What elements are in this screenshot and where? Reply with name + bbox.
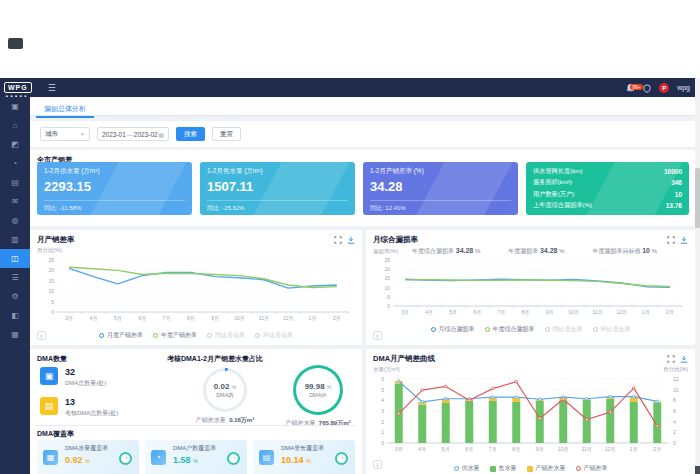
info-icon[interactable]: i (373, 460, 382, 469)
dma-stats-panel: DMA数量 考核DMA1-2月产销差水量占比 ▣ 32 DMA总数量(处) ▤ … (30, 349, 362, 474)
svg-text:9月: 9月 (536, 446, 544, 453)
legend-item[interactable]: 供水量 (454, 464, 480, 473)
legend-item[interactable]: 月度产销差率 (99, 331, 143, 340)
info-icon[interactable]: i (373, 331, 382, 340)
kpi-value: 34.28 (370, 179, 511, 194)
fullscreen-icon[interactable] (667, 355, 675, 363)
coverage-card-water: ▦ DMA水量覆盖率 0.92 % ◔ (37, 440, 139, 474)
download-icon[interactable] (680, 355, 688, 363)
legend-circle-marker (485, 327, 490, 332)
scrollbar-thumb[interactable] (695, 168, 700, 228)
sidebar-item-list[interactable]: ☰ (0, 268, 30, 287)
legend-square-marker (490, 466, 496, 472)
svg-text:25: 25 (48, 257, 54, 263)
fullscreen-icon[interactable] (667, 236, 675, 244)
sidebar-item-user[interactable]: ◔ (0, 154, 30, 173)
sidebar-collapse-icon[interactable]: ☰ (48, 83, 56, 93)
legend-item[interactable]: 同比变化率 (207, 331, 245, 340)
svg-text:15: 15 (48, 278, 54, 284)
sidebar-item-home[interactable]: ⌂ (0, 116, 30, 135)
svg-text:10月: 10月 (568, 309, 579, 316)
info-icon[interactable]: i (37, 331, 46, 340)
left-axis-label: 水量(万m³) (373, 366, 400, 373)
nrw-rate-panel: 月产销差率 百分比(%) 05101520253月4月5月6月7月8月9月10月… (30, 230, 362, 345)
svg-text:9月: 9月 (546, 309, 554, 316)
fullscreen-icon[interactable] (334, 236, 342, 244)
gauge-ring: 0.02 % DMA内 (203, 368, 247, 412)
kpi-card-nrw-rate: 1-2月产销差率 (%) 34.28 同比: 12.41% (363, 162, 518, 215)
download-icon[interactable] (347, 236, 355, 244)
tab-leakage-analysis[interactable]: 漏损总体分析 (36, 101, 94, 118)
user-avatar[interactable]: P (659, 83, 669, 93)
notification-bell-icon[interactable]: 99+ (626, 79, 635, 97)
legend-item[interactable]: 环比变化率 (255, 331, 293, 340)
legend-label: 产销差水量 (536, 464, 566, 473)
legend-circle-marker (255, 333, 260, 338)
coverage-badge-icon: ◔ (227, 452, 240, 465)
info-label: 供水管网长度(km) (533, 167, 583, 176)
svg-text:3月: 3月 (401, 309, 409, 316)
stat-annual-comprehensive: 年度综合漏损率 34.28 % (412, 247, 480, 256)
svg-text:3: 3 (381, 408, 384, 414)
legend-item[interactable]: 年度综合漏损率 (485, 325, 535, 334)
app-logo: WPG ■ ■ ■ ■ ■ ■ (0, 82, 32, 93)
legend-square-marker (527, 466, 533, 472)
svg-text:5月: 5月 (114, 315, 122, 322)
legend-item[interactable]: 售水量 (490, 464, 517, 473)
legend-circle-marker (431, 327, 436, 332)
page-scrollbar[interactable] (695, 78, 700, 474)
city-select[interactable]: 城市 ▼ (40, 127, 90, 141)
sidebar-item-stats[interactable]: ▦ (0, 325, 30, 344)
sidebar-item-message[interactable]: ✉ (0, 192, 30, 211)
svg-text:25: 25 (384, 257, 390, 263)
legend-label: 售水量 (499, 464, 517, 473)
sidebar-item-report[interactable]: ▤ (0, 173, 30, 192)
sidebar-item-monitor[interactable]: ◍ (0, 211, 30, 230)
legend-circle-marker (545, 327, 550, 332)
legend-item[interactable]: 同比变化率 (545, 325, 583, 334)
legend-item[interactable]: 产销差率 (576, 464, 608, 473)
chevron-down-icon: ▼ (80, 131, 85, 137)
svg-text:6: 6 (673, 408, 676, 414)
sidebar-item-partition[interactable]: ◧ (0, 306, 30, 325)
nrw-axis-label: 百分比(%) (30, 247, 362, 254)
sidebar-item-archive[interactable]: ▥ (0, 230, 30, 249)
sidebar-item-leakage-analysis[interactable]: ◫ (0, 249, 30, 268)
dma-curve-panel: DMA月产销差曲线 水量(万m³) 百分比(%) 012345602468101… (366, 349, 695, 474)
svg-text:5: 5 (51, 299, 54, 305)
kpi-yoy: 同比: -25.62% (207, 200, 348, 213)
sidebar-item-settings[interactable]: ⚙ (0, 287, 30, 306)
download-icon[interactable] (680, 236, 688, 244)
sidebar-item-org[interactable]: ◩ (0, 135, 30, 154)
svg-text:0: 0 (673, 440, 676, 446)
info-value: 13.76 (666, 202, 682, 209)
username[interactable]: wpg (677, 84, 690, 91)
leakage-legend: 月综合漏损率年度综合漏损率同比变化率环比变化率 (366, 325, 695, 334)
svg-text:2: 2 (381, 419, 384, 425)
info-label: 上年度综合漏损率(%) (533, 201, 592, 210)
nrw-panel-title: 月产销差率 (37, 235, 75, 245)
divider (36, 425, 356, 426)
users-coverage-icon: ◔ (151, 450, 166, 465)
svg-text:8: 8 (673, 397, 676, 403)
reset-button[interactable]: 重置 (212, 127, 241, 141)
sidebar-item-dashboard[interactable]: ▣ (0, 97, 30, 116)
search-button[interactable]: 搜索 (176, 127, 205, 141)
legend-item[interactable]: 产销差水量 (527, 464, 566, 473)
legend-label: 同比变化率 (215, 331, 245, 340)
lock-icon[interactable] (643, 79, 651, 97)
kpi-title: 1-2月产销差率 (%) (370, 167, 511, 176)
tab-bar: 漏损总体分析 (30, 97, 700, 116)
legend-item[interactable]: 年度产销差率 (153, 331, 197, 340)
legend-circle-marker (99, 333, 104, 338)
svg-text:1月: 1月 (309, 315, 317, 322)
kpi-title: 1-2月售水量 (万m³) (207, 167, 348, 176)
svg-text:12月: 12月 (617, 309, 628, 316)
legend-item[interactable]: 月综合漏损率 (431, 325, 475, 334)
logo-text: WPG (4, 82, 32, 93)
svg-text:1月: 1月 (642, 309, 650, 316)
legend-label: 年度综合漏损率 (493, 325, 535, 334)
date-range-picker[interactable]: 2023-01 — 2023-02 ▦ (97, 127, 169, 141)
legend-item[interactable]: 环比变化率 (593, 325, 631, 334)
svg-text:5: 5 (381, 387, 384, 393)
